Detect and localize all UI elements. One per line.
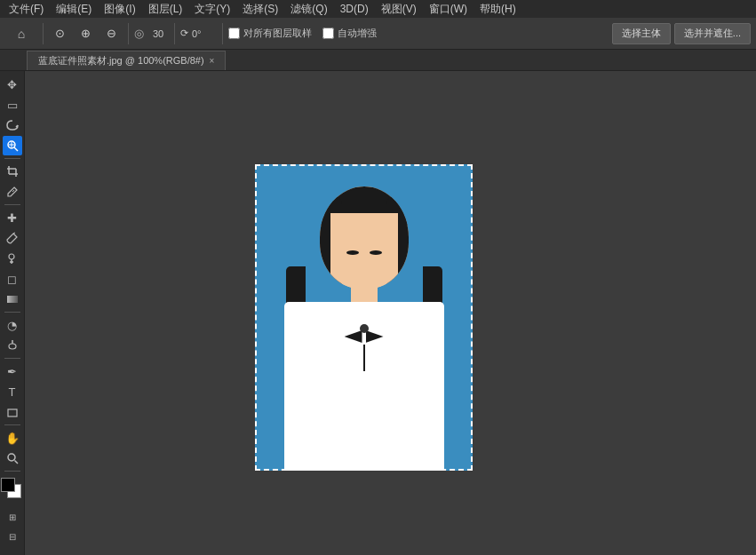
clone-stamp-icon xyxy=(6,252,19,265)
bow-knot xyxy=(363,345,365,371)
eyedropper-icon xyxy=(6,186,19,198)
menu-filter[interactable]: 滤镜(Q) xyxy=(285,0,332,19)
bow-left xyxy=(345,330,362,343)
person xyxy=(275,178,453,471)
photo-background xyxy=(255,164,473,471)
svg-point-14 xyxy=(9,344,16,349)
tool-gradient[interactable] xyxy=(3,289,22,309)
tab-close-button[interactable]: × xyxy=(210,56,215,66)
toolbar-separator-3 xyxy=(174,23,175,44)
tool-crop[interactable] xyxy=(3,162,22,181)
brush-size-value: 30 xyxy=(147,28,169,39)
svg-line-8 xyxy=(12,190,14,192)
tool-sep-6 xyxy=(4,471,20,472)
menu-view[interactable]: 视图(V) xyxy=(376,0,422,19)
eye-left xyxy=(346,250,359,255)
tool-extra-1[interactable]: ⊞ xyxy=(3,507,22,527)
tool-healing[interactable]: ✚ xyxy=(3,208,22,227)
toolbar-separator-4 xyxy=(222,23,223,44)
head xyxy=(320,186,409,289)
dodge-icon xyxy=(6,339,19,352)
select-subject-button[interactable]: 选择主体 xyxy=(612,23,671,44)
tool-sep-1 xyxy=(4,158,20,159)
lasso-icon xyxy=(6,119,19,131)
brush-mode-button-2[interactable]: ⊖ xyxy=(100,22,123,45)
menu-window[interactable]: 窗口(W) xyxy=(424,0,473,19)
tool-select-rect[interactable]: ▭ xyxy=(3,95,22,115)
toolbox: ✥ ▭ xyxy=(0,71,25,555)
angle-icon: ⟳ xyxy=(180,28,188,39)
extra-tools: ⊞ ⊟ xyxy=(3,507,22,546)
angle-value: 0° xyxy=(192,28,217,39)
svg-line-1 xyxy=(14,147,18,151)
tool-sep-4 xyxy=(4,358,20,359)
face xyxy=(330,213,398,289)
all-layers-checkbox[interactable] xyxy=(228,28,240,39)
tool-sep-3 xyxy=(4,312,20,313)
menu-help[interactable]: 帮助(H) xyxy=(474,0,521,19)
tool-extra-2[interactable]: ⊟ xyxy=(3,527,22,546)
menu-edit[interactable]: 编辑(E) xyxy=(51,0,97,19)
svg-line-18 xyxy=(14,461,18,464)
tool-text[interactable]: T xyxy=(3,382,22,401)
brush-size-label: ◎ xyxy=(134,27,144,40)
shape-icon xyxy=(6,406,19,418)
menu-layer[interactable]: 图层(L) xyxy=(143,0,188,19)
eye-right xyxy=(370,250,382,255)
enhance-label: 自动增强 xyxy=(338,27,377,40)
color-swatches xyxy=(1,478,24,501)
menu-file[interactable]: 文件(F) xyxy=(4,0,49,19)
menu-bar: 文件(F) 编辑(E) 图像(I) 图层(L) 文字(Y) 选择(S) 滤镜(Q… xyxy=(0,0,756,18)
tool-shape[interactable] xyxy=(3,402,22,422)
foreground-color-swatch[interactable] xyxy=(1,478,15,492)
enhance-checkbox-group: 自动增强 xyxy=(322,27,377,40)
zoom-icon xyxy=(6,452,19,464)
enhance-checkbox[interactable] xyxy=(322,28,334,39)
menu-select[interactable]: 选择(S) xyxy=(237,0,283,19)
brush-sub-icon: ⊖ xyxy=(107,27,116,40)
document-tab[interactable]: 蓝底证件照素材.jpg @ 100%(RGB/8#) × xyxy=(27,51,226,70)
tool-eyedropper[interactable] xyxy=(3,182,22,202)
brush-mode-button-1[interactable]: ⊕ xyxy=(75,22,97,45)
canvas-area[interactable] xyxy=(25,71,756,555)
menu-image[interactable]: 图像(I) xyxy=(99,0,140,19)
tool-move[interactable]: ✥ xyxy=(3,75,22,94)
toolbar-separator-2 xyxy=(128,23,129,44)
svg-point-17 xyxy=(8,454,15,461)
photo-canvas xyxy=(255,164,473,471)
all-layers-label: 对所有图层取样 xyxy=(243,27,312,40)
svg-line-9 xyxy=(13,233,15,234)
brush-draw-icon xyxy=(6,232,19,244)
tool-quick-select[interactable] xyxy=(3,136,22,155)
quick-select-icon xyxy=(6,139,19,152)
tool-sep-2 xyxy=(4,204,20,205)
toolbar: ⌂ ⊙ ⊕ ⊖ ◎ 30 ⟳ 0° 对所有图层取样 自动增强 选择主体 选并并遮… xyxy=(0,18,756,50)
tool-hand[interactable]: ✋ xyxy=(3,428,22,448)
home-icon: ⌂ xyxy=(12,24,31,44)
menu-text[interactable]: 文字(Y) xyxy=(189,0,235,19)
crop-icon xyxy=(6,165,19,178)
menu-3d[interactable]: 3D(D) xyxy=(335,1,374,17)
tool-eraser[interactable]: ◻ xyxy=(3,269,22,289)
tab-bar: 蓝底证件照素材.jpg @ 100%(RGB/8#) × xyxy=(0,50,756,71)
all-layers-checkbox-group: 对所有图层取样 xyxy=(228,27,312,40)
tool-lasso[interactable] xyxy=(3,115,22,135)
toolbar-separator-1 xyxy=(43,23,44,44)
bow-center xyxy=(360,324,369,333)
tool-clone-stamp[interactable] xyxy=(3,249,22,268)
tool-blur[interactable]: ◔ xyxy=(3,315,22,335)
tool-brush[interactable] xyxy=(3,228,22,248)
tool-dodge[interactable] xyxy=(3,336,22,355)
brush-preset-button[interactable]: ⊙ xyxy=(49,22,71,45)
body xyxy=(284,302,444,471)
tool-zoom[interactable] xyxy=(3,448,22,468)
svg-rect-13 xyxy=(7,296,18,303)
gradient-icon xyxy=(6,293,19,305)
main-area: ✥ ▭ xyxy=(0,71,756,555)
brush-size-icon: ◎ xyxy=(134,27,144,40)
svg-point-10 xyxy=(9,254,14,259)
home-button[interactable]: ⌂ xyxy=(5,22,37,45)
select-refine-button[interactable]: 选并并遮住... xyxy=(674,23,751,44)
tool-pen[interactable]: ✒ xyxy=(3,361,22,381)
bow-right xyxy=(366,330,384,343)
